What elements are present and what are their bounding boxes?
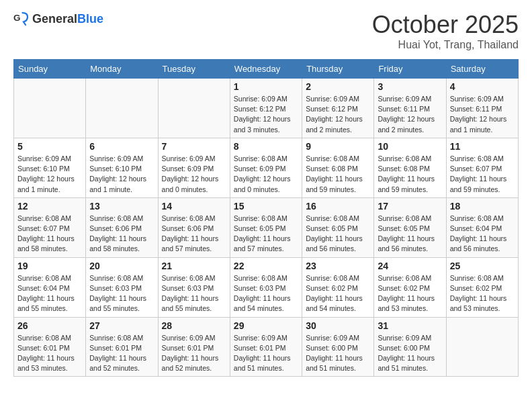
logo-general: General [32, 12, 77, 26]
day-number: 5 [17, 141, 82, 152]
calendar-header: SundayMondayTuesdayWednesdayThursdayFrid… [14, 60, 519, 79]
day-number: 18 [450, 201, 515, 212]
calendar-subtitle: Huai Yot, Trang, Thailand [372, 39, 519, 51]
calendar-week-1: 1Sunrise: 6:09 AMSunset: 6:12 PMDaylight… [14, 79, 519, 138]
day-info: Sunrise: 6:08 AMSunset: 6:03 PMDaylight:… [234, 273, 298, 314]
day-number: 14 [162, 201, 226, 212]
calendar-cell: 7Sunrise: 6:09 AMSunset: 6:09 PMDaylight… [158, 138, 230, 197]
calendar-cell [86, 79, 158, 138]
day-info: Sunrise: 6:08 AMSunset: 6:06 PMDaylight:… [89, 214, 154, 255]
calendar-cell: 15Sunrise: 6:08 AMSunset: 6:05 PMDayligh… [230, 197, 302, 257]
day-info: Sunrise: 6:09 AMSunset: 6:10 PMDaylight:… [17, 154, 82, 195]
day-info: Sunrise: 6:08 AMSunset: 6:05 PMDaylight:… [306, 214, 370, 255]
day-number: 11 [450, 141, 515, 152]
logo: G GeneralBlue [13, 11, 103, 27]
day-number: 31 [378, 320, 442, 331]
day-info: Sunrise: 6:08 AMSunset: 6:02 PMDaylight:… [450, 273, 515, 314]
calendar-week-2: 5Sunrise: 6:09 AMSunset: 6:10 PMDaylight… [14, 138, 519, 197]
day-number: 28 [162, 320, 226, 331]
calendar-table: SundayMondayTuesdayWednesdayThursdayFrid… [13, 59, 519, 377]
weekday-thursday: Thursday [302, 60, 374, 79]
day-number: 2 [306, 81, 370, 92]
calendar-cell: 30Sunrise: 6:09 AMSunset: 6:00 PMDayligh… [302, 317, 374, 377]
calendar-cell: 25Sunrise: 6:08 AMSunset: 6:02 PMDayligh… [446, 257, 518, 317]
calendar-cell: 10Sunrise: 6:08 AMSunset: 6:08 PMDayligh… [374, 138, 446, 197]
calendar-body: 1Sunrise: 6:09 AMSunset: 6:12 PMDaylight… [14, 79, 519, 377]
day-info: Sunrise: 6:08 AMSunset: 6:03 PMDaylight:… [89, 273, 154, 314]
day-number: 13 [89, 201, 154, 212]
day-info: Sunrise: 6:09 AMSunset: 6:10 PMDaylight:… [89, 154, 154, 195]
day-info: Sunrise: 6:08 AMSunset: 6:05 PMDaylight:… [234, 214, 298, 255]
calendar-title: October 2025 [372, 11, 519, 39]
day-info: Sunrise: 6:09 AMSunset: 6:00 PMDaylight:… [378, 333, 442, 374]
day-info: Sunrise: 6:09 AMSunset: 6:00 PMDaylight:… [306, 333, 370, 374]
calendar-cell: 11Sunrise: 6:08 AMSunset: 6:07 PMDayligh… [446, 138, 518, 197]
logo-wordmark: GeneralBlue [32, 12, 103, 26]
day-number: 6 [89, 141, 154, 152]
calendar-cell [446, 317, 518, 377]
weekday-saturday: Saturday [446, 60, 518, 79]
calendar-cell: 21Sunrise: 6:08 AMSunset: 6:03 PMDayligh… [158, 257, 230, 317]
calendar-week-4: 19Sunrise: 6:08 AMSunset: 6:04 PMDayligh… [14, 257, 519, 317]
day-number: 16 [306, 201, 370, 212]
day-info: Sunrise: 6:09 AMSunset: 6:12 PMDaylight:… [306, 94, 370, 135]
calendar-cell: 2Sunrise: 6:09 AMSunset: 6:12 PMDaylight… [302, 79, 374, 138]
calendar-cell [14, 79, 86, 138]
day-number: 8 [234, 141, 298, 152]
day-info: Sunrise: 6:08 AMSunset: 6:01 PMDaylight:… [89, 333, 154, 374]
logo-icon: G [13, 11, 30, 27]
day-info: Sunrise: 6:08 AMSunset: 6:04 PMDaylight:… [17, 273, 82, 314]
day-number: 15 [234, 201, 298, 212]
day-info: Sunrise: 6:09 AMSunset: 6:09 PMDaylight:… [162, 154, 226, 195]
day-number: 7 [162, 141, 226, 152]
day-info: Sunrise: 6:08 AMSunset: 6:08 PMDaylight:… [378, 154, 442, 195]
weekday-sunday: Sunday [14, 60, 86, 79]
calendar-cell [158, 79, 230, 138]
day-number: 1 [234, 81, 298, 92]
svg-text:G: G [13, 13, 21, 23]
day-number: 12 [17, 201, 82, 212]
day-info: Sunrise: 6:08 AMSunset: 6:04 PMDaylight:… [450, 214, 515, 255]
calendar-cell: 4Sunrise: 6:09 AMSunset: 6:11 PMDaylight… [446, 79, 518, 138]
day-number: 10 [378, 141, 442, 152]
calendar-cell: 26Sunrise: 6:08 AMSunset: 6:01 PMDayligh… [14, 317, 86, 377]
day-number: 24 [378, 261, 442, 271]
day-number: 29 [234, 320, 298, 331]
day-info: Sunrise: 6:09 AMSunset: 6:11 PMDaylight:… [378, 94, 442, 135]
calendar-cell: 9Sunrise: 6:08 AMSunset: 6:08 PMDaylight… [302, 138, 374, 197]
weekday-monday: Monday [86, 60, 158, 79]
calendar-cell: 22Sunrise: 6:08 AMSunset: 6:03 PMDayligh… [230, 257, 302, 317]
weekday-header-row: SundayMondayTuesdayWednesdayThursdayFrid… [14, 60, 519, 79]
day-info: Sunrise: 6:08 AMSunset: 6:03 PMDaylight:… [162, 273, 226, 314]
calendar-cell: 29Sunrise: 6:09 AMSunset: 6:01 PMDayligh… [230, 317, 302, 377]
calendar-cell: 16Sunrise: 6:08 AMSunset: 6:05 PMDayligh… [302, 197, 374, 257]
calendar-week-5: 26Sunrise: 6:08 AMSunset: 6:01 PMDayligh… [14, 317, 519, 377]
day-number: 23 [306, 261, 370, 271]
day-number: 17 [378, 201, 442, 212]
weekday-friday: Friday [374, 60, 446, 79]
day-info: Sunrise: 6:08 AMSunset: 6:07 PMDaylight:… [17, 214, 82, 255]
calendar-cell: 28Sunrise: 6:09 AMSunset: 6:01 PMDayligh… [158, 317, 230, 377]
title-section: October 2025 Huai Yot, Trang, Thailand [372, 11, 519, 51]
calendar-cell: 31Sunrise: 6:09 AMSunset: 6:00 PMDayligh… [374, 317, 446, 377]
day-info: Sunrise: 6:08 AMSunset: 6:05 PMDaylight:… [378, 214, 442, 255]
day-number: 3 [378, 81, 442, 92]
calendar-cell: 24Sunrise: 6:08 AMSunset: 6:02 PMDayligh… [374, 257, 446, 317]
day-number: 9 [306, 141, 370, 152]
day-info: Sunrise: 6:08 AMSunset: 6:02 PMDaylight:… [306, 273, 370, 314]
calendar-cell: 12Sunrise: 6:08 AMSunset: 6:07 PMDayligh… [14, 197, 86, 257]
day-number: 25 [450, 261, 515, 271]
day-info: Sunrise: 6:08 AMSunset: 6:09 PMDaylight:… [234, 154, 298, 195]
day-info: Sunrise: 6:09 AMSunset: 6:01 PMDaylight:… [234, 333, 298, 374]
day-number: 27 [89, 320, 154, 331]
day-info: Sunrise: 6:08 AMSunset: 6:08 PMDaylight:… [306, 154, 370, 195]
calendar-cell: 23Sunrise: 6:08 AMSunset: 6:02 PMDayligh… [302, 257, 374, 317]
calendar-cell: 19Sunrise: 6:08 AMSunset: 6:04 PMDayligh… [14, 257, 86, 317]
day-info: Sunrise: 6:08 AMSunset: 6:06 PMDaylight:… [162, 214, 226, 255]
weekday-wednesday: Wednesday [230, 60, 302, 79]
calendar-cell: 14Sunrise: 6:08 AMSunset: 6:06 PMDayligh… [158, 197, 230, 257]
weekday-tuesday: Tuesday [158, 60, 230, 79]
day-info: Sunrise: 6:09 AMSunset: 6:12 PMDaylight:… [234, 94, 298, 135]
day-number: 4 [450, 81, 515, 92]
day-number: 30 [306, 320, 370, 331]
